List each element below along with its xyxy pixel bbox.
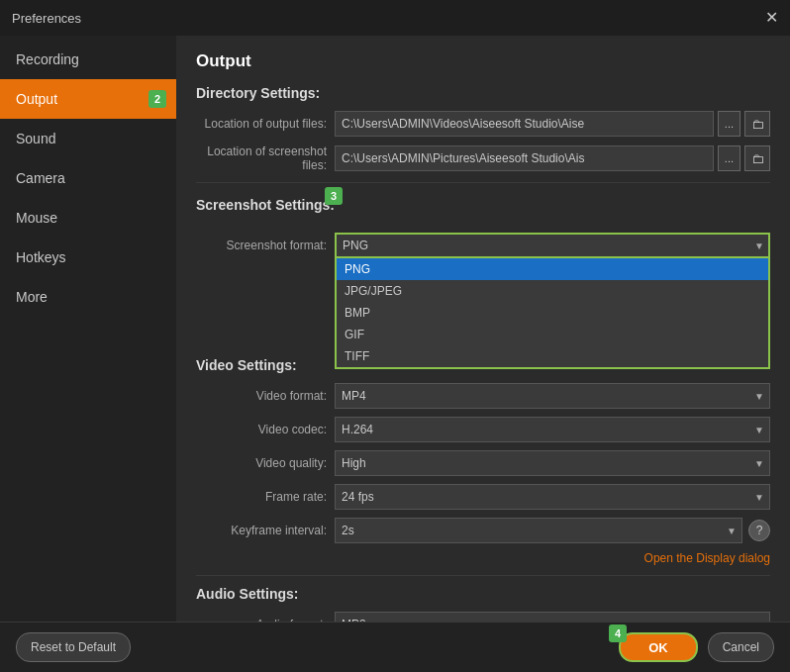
keyframe-row: Keyframe interval: 2s ▼ ?: [196, 518, 770, 543]
content-area: Output Directory Settings: Location of o…: [176, 36, 790, 622]
sidebar: Recording Output 2 Sound Camera Mouse Ho…: [0, 36, 176, 622]
screenshot-format-row: Screenshot format: PNG ▼ PNG JPG/JPEG BM…: [196, 233, 770, 258]
frame-rate-select-wrapper: 24 fps ▼: [335, 484, 770, 510]
open-display-dialog-link[interactable]: Open the Display dialog: [196, 551, 770, 565]
screenshot-files-field: ... 🗀: [335, 145, 770, 171]
option-jpg[interactable]: JPG/JPEG: [337, 280, 768, 302]
ok-badge: 4: [609, 624, 627, 642]
video-codec-label: Video codec:: [196, 423, 335, 436]
video-format-row: Video format: MP4 ▼: [196, 383, 770, 409]
folder-icon: 🗀: [751, 117, 764, 132]
screenshot-settings-header: Screenshot Settings: 3: [196, 193, 335, 223]
option-png[interactable]: PNG: [337, 258, 768, 280]
frame-rate-select[interactable]: 24 fps: [335, 484, 770, 510]
keyframe-select[interactable]: 2s: [335, 518, 742, 543]
output-files-field: ... 🗀: [335, 111, 770, 137]
preferences-window: Preferences ✕ Recording Output 2 Sound C…: [0, 0, 790, 672]
cancel-button[interactable]: Cancel: [708, 632, 774, 662]
option-bmp[interactable]: BMP: [337, 302, 768, 324]
close-button[interactable]: ✕: [765, 10, 778, 26]
screenshot-dots-button[interactable]: ...: [718, 145, 741, 171]
video-quality-select-wrapper: High ▼: [335, 450, 770, 476]
video-settings-section: Video Settings: Video format: MP4 ▼ Vide…: [196, 357, 770, 622]
screenshot-folder-button[interactable]: 🗀: [744, 145, 770, 171]
sidebar-item-output[interactable]: Output 2: [0, 79, 176, 119]
sidebar-item-label: More: [16, 289, 48, 305]
screenshot-format-display[interactable]: PNG ▼: [335, 233, 770, 258]
divider-1: [196, 182, 770, 183]
frame-rate-row: Frame rate: 24 fps ▼: [196, 484, 770, 510]
output-badge: 2: [148, 90, 166, 108]
screenshot-files-label: Location of screenshot files:: [196, 144, 335, 172]
keyframe-field: 2s ▼ ?: [335, 518, 770, 543]
sidebar-item-more[interactable]: More: [0, 277, 176, 317]
video-quality-select[interactable]: High: [335, 450, 770, 476]
sidebar-item-mouse[interactable]: Mouse: [0, 198, 176, 238]
sidebar-item-label: Hotkeys: [16, 249, 66, 265]
section-title: Output: [196, 51, 770, 71]
ok-button[interactable]: OK: [619, 632, 698, 662]
output-dots-button[interactable]: ...: [718, 111, 741, 137]
screenshot-format-value: PNG: [343, 239, 368, 252]
option-gif[interactable]: GIF: [337, 324, 768, 345]
video-codec-select-wrapper: H.264 ▼: [335, 417, 770, 442]
sidebar-item-label: Sound: [16, 131, 55, 146]
directory-settings-title: Directory Settings:: [196, 85, 770, 101]
video-quality-row: Video quality: High ▼: [196, 450, 770, 476]
screenshot-format-dropdown[interactable]: PNG ▼ PNG JPG/JPEG BMP GIF TIFF: [335, 233, 770, 258]
screenshot-files-input[interactable]: [335, 145, 714, 171]
option-tiff[interactable]: TIFF: [337, 345, 768, 367]
screenshot-files-row: Location of screenshot files: ... 🗀: [196, 144, 770, 172]
output-files-input[interactable]: [335, 111, 714, 137]
audio-settings-title: Audio Settings:: [196, 586, 770, 602]
keyframe-label: Keyframe interval:: [196, 524, 335, 537]
output-files-row: Location of output files: ... 🗀: [196, 111, 770, 137]
sidebar-item-hotkeys[interactable]: Hotkeys: [0, 238, 176, 277]
screenshot-settings-title: Screenshot Settings:: [196, 197, 335, 213]
divider-2: [196, 575, 770, 576]
footer: Reset to Default 4 OK Cancel: [0, 622, 790, 672]
audio-format-select-wrapper: MP3 ▼: [335, 612, 770, 622]
window-title: Preferences: [12, 11, 81, 26]
video-quality-field: High ▼: [335, 450, 770, 476]
ok-btn-wrapper: 4 OK: [619, 632, 698, 662]
dropdown-arrow-icon: ▼: [754, 240, 764, 251]
sidebar-item-recording[interactable]: Recording: [0, 40, 176, 79]
screenshot-format-field: PNG ▼ PNG JPG/JPEG BMP GIF TIFF: [335, 233, 770, 258]
audio-format-select[interactable]: MP3: [335, 612, 770, 622]
sidebar-item-label: Output: [16, 91, 57, 107]
titlebar: Preferences ✕: [0, 0, 790, 36]
sidebar-item-label: Recording: [16, 51, 79, 67]
video-format-select[interactable]: MP4: [335, 383, 770, 409]
sidebar-item-camera[interactable]: Camera: [0, 158, 176, 198]
sidebar-item-label: Camera: [16, 170, 65, 186]
audio-format-row: Audio format: MP3 ▼: [196, 612, 770, 622]
main-content: Recording Output 2 Sound Camera Mouse Ho…: [0, 36, 790, 622]
keyframe-select-wrapper: 2s ▼: [335, 518, 742, 543]
frame-rate-field: 24 fps ▼: [335, 484, 770, 510]
screenshot-format-list: PNG JPG/JPEG BMP GIF TIFF: [335, 258, 770, 369]
sidebar-item-label: Mouse: [16, 210, 57, 226]
output-folder-button[interactable]: 🗀: [744, 111, 770, 137]
sidebar-item-sound[interactable]: Sound: [0, 119, 176, 158]
video-codec-field: H.264 ▼: [335, 417, 770, 442]
output-files-label: Location of output files:: [196, 117, 335, 131]
video-format-select-wrapper: MP4 ▼: [335, 383, 770, 409]
video-codec-select[interactable]: H.264: [335, 417, 770, 442]
reset-button[interactable]: Reset to Default: [16, 632, 131, 662]
footer-right: 4 OK Cancel: [619, 632, 774, 662]
video-codec-row: Video codec: H.264 ▼: [196, 417, 770, 442]
keyframe-help-button[interactable]: ?: [748, 520, 770, 541]
audio-format-field: MP3 ▼: [335, 612, 770, 622]
screenshot-format-label: Screenshot format:: [196, 239, 335, 252]
video-format-field: MP4 ▼: [335, 383, 770, 409]
frame-rate-label: Frame rate:: [196, 490, 335, 504]
video-quality-label: Video quality:: [196, 456, 335, 470]
screenshot-settings-badge: 3: [325, 187, 343, 205]
folder-icon: 🗀: [751, 151, 764, 166]
video-format-label: Video format:: [196, 389, 335, 403]
